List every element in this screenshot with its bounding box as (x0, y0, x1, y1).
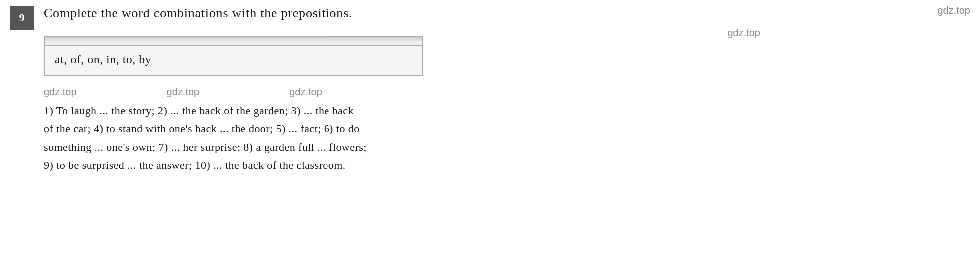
watermark-below-left: gdz.top (44, 86, 77, 98)
prepositions-box-top (45, 37, 422, 46)
exercise-line-3: something ... one's own; 7) ... her surp… (44, 138, 970, 156)
page-container: 9 Complete the word combinations with th… (10, 5, 970, 174)
exercise-text: 1) To laugh ... the story; 2) ... the ba… (44, 102, 970, 174)
watermarks-below-box: gdz.top gdz.top gdz.top (44, 86, 970, 98)
task-number: 9 (10, 6, 34, 30)
task-title: Complete the word combinations with the … (44, 5, 970, 22)
exercise-line-1: 1) To laugh ... the story; 2) ... the ba… (44, 102, 970, 120)
prepositions-content: at, of, on, in, to, by (45, 46, 422, 75)
exercise-line-2: of the car; 4) to stand with one's back … (44, 120, 970, 138)
watermark-mid: gdz.top (727, 27, 760, 39)
watermark-below-mid1: gdz.top (167, 86, 200, 98)
header-row: 9 Complete the word combinations with th… (10, 5, 970, 30)
exercise-line-4: 9) to be surprised ... the answer; 10) .… (44, 156, 970, 174)
watermark-top-right: gdz.top (937, 5, 970, 16)
watermark-below-mid2: gdz.top (289, 86, 322, 98)
prepositions-box: at, of, on, in, to, by (44, 36, 423, 76)
